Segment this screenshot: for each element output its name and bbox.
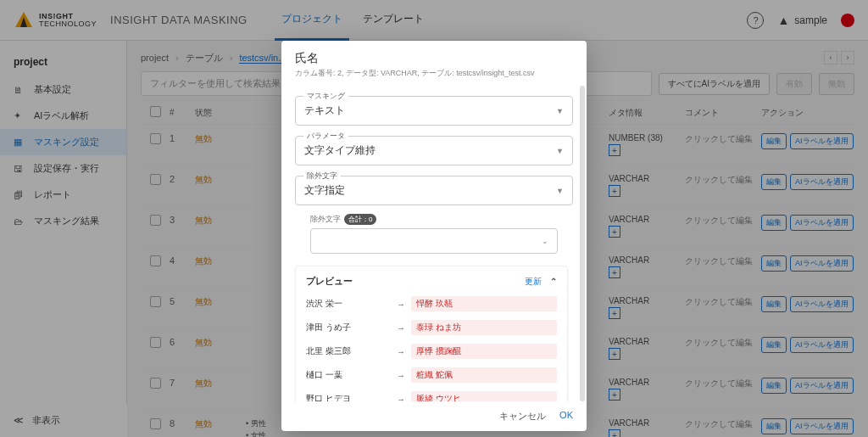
field-except: 除外文字 文字指定 ▼	[295, 176, 573, 205]
preview-masked: 脈綺 ウツヒ	[411, 391, 557, 401]
arrow-right-icon: →	[391, 371, 411, 380]
preview-refresh[interactable]: 更新	[525, 276, 542, 288]
field-except-label: 除外文字	[303, 171, 341, 182]
modal-subtitle: カラム番号: 2, データ型: VARCHAR, テーブル: testcsv/i…	[295, 68, 573, 79]
arrow-right-icon: →	[391, 347, 411, 356]
preview-row: 樋口 一葉→粧織 鮀佩	[306, 367, 557, 383]
preview-masked: 悍酵 玖甎	[411, 296, 557, 311]
arrow-right-icon: →	[391, 323, 411, 333]
cancel-button[interactable]: キャンセル	[499, 410, 546, 423]
preview-original: 樋口 一葉	[306, 369, 391, 381]
field-masking-label: マスキング	[303, 91, 348, 102]
modal: 氏名 カラム番号: 2, データ型: VARCHAR, テーブル: testcs…	[281, 41, 587, 431]
field-parameter: パラメータ 文字タイプ維持 ▼	[295, 136, 573, 165]
modal-overlay[interactable]: 氏名 カラム番号: 2, データ型: VARCHAR, テーブル: testcs…	[0, 0, 868, 437]
field-param-label: パラメータ	[303, 131, 348, 142]
select-except-chars[interactable]: ⌄	[310, 228, 558, 254]
chevron-down-icon: ⌄	[542, 237, 548, 245]
preview-collapse-icon[interactable]: ⌃	[550, 277, 557, 286]
preview-masked: 厚悸 掼踘醌	[411, 344, 557, 359]
field-masking: マスキング テキスト ▼	[295, 96, 573, 126]
caret-down-icon: ▼	[556, 147, 564, 155]
preview-card: プレビュー 更新 ⌃ 渋沢 栄一→悍酵 玖甎津田 うめ子→泰琭 ねま坊北里 柴三…	[295, 266, 568, 401]
modal-title: 氏名	[295, 51, 573, 66]
caret-down-icon: ▼	[556, 107, 564, 115]
preview-title: プレビュー	[306, 275, 353, 288]
subfield-label: 除外文字	[310, 214, 341, 225]
modal-body: マスキング テキスト ▼ パラメータ 文字タイプ維持 ▼ 除外文字 文字指定 ▼	[281, 86, 587, 401]
preview-row: 北里 柴三郎→厚悸 掼踘醌	[306, 344, 557, 359]
preview-original: 津田 うめ子	[306, 322, 391, 333]
preview-masked: 泰琭 ねま坊	[411, 320, 557, 335]
preview-row: 渋沢 栄一→悍酵 玖甎	[306, 296, 557, 311]
preview-original: 野口 ヒデヨ	[306, 393, 391, 401]
preview-row: 野口 ヒデヨ→脈綺 ウツヒ	[306, 391, 557, 401]
preview-row: 津田 うめ子→泰琭 ねま坊	[306, 320, 557, 335]
modal-header: 氏名 カラム番号: 2, データ型: VARCHAR, テーブル: testcs…	[281, 41, 587, 86]
ok-button[interactable]: OK	[559, 410, 573, 423]
preview-original: 北里 柴三郎	[306, 345, 391, 357]
modal-footer: キャンセル OK	[281, 401, 587, 431]
arrow-right-icon: →	[391, 300, 411, 309]
caret-down-icon: ▼	[556, 187, 564, 195]
arrow-right-icon: →	[391, 395, 411, 402]
preview-masked: 粧織 鮀佩	[411, 367, 557, 383]
preview-original: 渋沢 栄一	[306, 298, 391, 310]
subfield-except-chars: 除外文字 合計：0 ⌄	[310, 214, 558, 254]
count-badge: 合計：0	[344, 214, 376, 225]
